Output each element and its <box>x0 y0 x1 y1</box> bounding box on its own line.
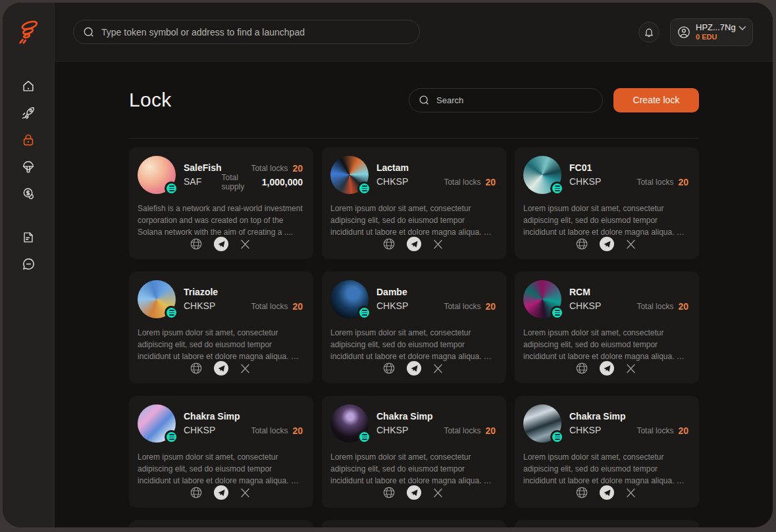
token-card[interactable]: Dambe CHKSP Total locks 20 Lorem ipsum d… <box>322 272 506 383</box>
telegram-icon[interactable] <box>407 485 421 500</box>
logo[interactable] <box>3 3 55 61</box>
bell-icon <box>644 27 654 37</box>
website-globe-icon[interactable] <box>190 486 203 499</box>
token-description: Lorem ipsum dolor sit amet, consectetur … <box>523 203 688 237</box>
support-chat-icon <box>21 256 36 272</box>
total-supply-value: 1,000,000 <box>262 177 303 187</box>
total-locks-label: Total locks <box>636 426 673 435</box>
telegram-icon[interactable] <box>600 485 614 500</box>
total-locks-label: Total locks <box>444 178 480 187</box>
token-card-partial[interactable] <box>322 520 506 527</box>
create-lock-button[interactable]: Create lock <box>613 88 699 112</box>
total-locks-label: Total locks <box>636 302 673 311</box>
total-locks-label: Total locks <box>636 178 673 187</box>
token-card[interactable]: RCM CHKSP Total locks 20 Lorem ipsum dol… <box>515 272 699 383</box>
token-name: Triazole <box>184 285 218 299</box>
x-icon[interactable] <box>240 239 251 250</box>
account-menu[interactable]: HPZ...7Ng 0 EDU <box>670 18 753 46</box>
sidebar-item-earn[interactable] <box>14 180 43 207</box>
total-locks-label: Total locks <box>444 426 480 435</box>
token-avatar <box>330 156 369 194</box>
token-card[interactable]: Chakra Simp CHKSP Total locks 20 Lorem i… <box>129 396 313 508</box>
token-avatar <box>138 404 176 443</box>
x-icon[interactable] <box>240 363 251 374</box>
total-locks-value: 20 <box>678 301 688 312</box>
token-name: SaleFish <box>184 161 222 175</box>
token-card[interactable]: Chakra Simp CHKSP Total locks 20 Lorem i… <box>322 396 506 508</box>
token-card[interactable]: Lactam CHKSP Total locks 20 Lorem ipsum … <box>322 147 506 259</box>
token-card[interactable]: SaleFish SAF Total locks 20 Total supply… <box>129 147 313 259</box>
notifications-button[interactable] <box>638 22 660 43</box>
telegram-icon[interactable] <box>214 485 228 500</box>
token-avatar <box>138 280 176 318</box>
solana-badge-icon <box>357 306 371 320</box>
sidebar-item-lock[interactable] <box>14 126 43 153</box>
token-card[interactable]: FC01 CHKSP Total locks 20 Lorem ipsum do… <box>515 147 699 259</box>
lock-search[interactable] <box>409 88 603 112</box>
x-icon[interactable] <box>625 363 636 374</box>
sidebar-item-launchpad[interactable] <box>14 99 43 126</box>
app-window: HPZ...7Ng 0 EDU <box>3 3 773 527</box>
total-locks-label: Total locks <box>251 426 288 435</box>
website-globe-icon[interactable] <box>382 237 396 251</box>
x-icon[interactable] <box>625 239 636 250</box>
token-description: Lorem ipsum dolor sit amet, consectetur … <box>330 451 496 485</box>
account-balance: 0 EDU <box>696 33 736 42</box>
token-card-partial[interactable] <box>129 520 313 527</box>
token-symbol: CHKSP <box>184 423 240 437</box>
rocket-launchpad-icon <box>21 105 36 120</box>
total-locks-label: Total locks <box>251 302 288 311</box>
airdrop-parachute-icon <box>21 160 36 174</box>
solana-badge-icon <box>357 430 371 444</box>
token-name: Dambe <box>376 285 408 299</box>
token-name: RCM <box>569 285 601 299</box>
token-avatar <box>523 404 561 443</box>
total-locks-value: 20 <box>678 425 688 436</box>
telegram-icon[interactable] <box>214 361 228 375</box>
lock-search-input[interactable] <box>436 95 593 105</box>
website-globe-icon[interactable] <box>190 237 203 251</box>
token-card[interactable]: Chakra Simp CHKSP Total locks 20 Lorem i… <box>515 396 699 508</box>
search-icon <box>83 26 95 38</box>
sidebar-item-docs[interactable] <box>14 224 43 251</box>
website-globe-icon[interactable] <box>190 362 203 375</box>
page-header: Lock Create lock <box>129 62 699 139</box>
total-locks-value: 20 <box>292 163 303 174</box>
x-icon[interactable] <box>432 363 444 374</box>
search-icon <box>419 95 430 106</box>
lock-icon <box>21 133 36 147</box>
token-description: Lorem ipsum dolor sit amet, consectetur … <box>330 327 496 361</box>
token-symbol: CHKSP <box>376 175 409 189</box>
telegram-icon[interactable] <box>600 237 614 251</box>
token-avatar <box>523 156 561 194</box>
sidebar-item-airdrop[interactable] <box>14 153 43 180</box>
telegram-icon[interactable] <box>214 237 228 251</box>
sidebar-item-support[interactable] <box>14 251 43 278</box>
website-globe-icon[interactable] <box>575 362 588 375</box>
telegram-icon[interactable] <box>600 361 614 375</box>
website-globe-icon[interactable] <box>575 237 588 251</box>
token-symbol: CHKSP <box>569 299 601 313</box>
telegram-icon[interactable] <box>407 361 421 375</box>
sidebar <box>3 62 55 527</box>
telegram-icon[interactable] <box>407 237 421 251</box>
token-description: Lorem ipsum dolor sit amet, consectetur … <box>523 327 688 361</box>
global-search-input[interactable] <box>101 27 410 37</box>
solana-badge-icon <box>550 306 564 320</box>
user-avatar-icon <box>677 26 690 39</box>
x-icon[interactable] <box>432 239 444 250</box>
website-globe-icon[interactable] <box>382 486 396 499</box>
x-icon[interactable] <box>625 487 636 498</box>
website-globe-icon[interactable] <box>382 362 396 375</box>
total-locks-value: 20 <box>678 177 688 187</box>
global-search[interactable] <box>73 20 420 44</box>
website-globe-icon[interactable] <box>575 486 588 499</box>
total-locks-value: 20 <box>292 425 303 436</box>
token-avatar <box>330 280 369 318</box>
token-card[interactable]: Triazole CHKSP Total locks 20 Lorem ipsu… <box>129 272 313 383</box>
x-icon[interactable] <box>432 487 444 498</box>
sidebar-item-home[interactable] <box>14 72 43 99</box>
token-card-partial[interactable] <box>515 520 699 527</box>
x-icon[interactable] <box>240 487 251 498</box>
total-supply-label: Total supply <box>222 173 257 191</box>
